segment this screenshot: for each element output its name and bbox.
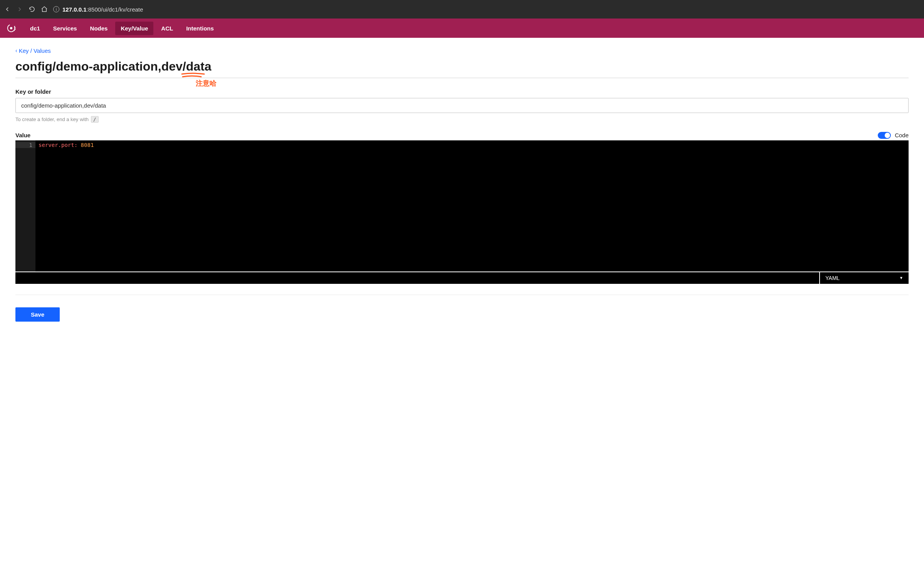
value-field-label: Value: [15, 132, 30, 138]
nav-datacenter[interactable]: dc1: [25, 22, 45, 35]
code-editor[interactable]: 1 server.port: 8081: [15, 140, 909, 271]
code-toggle[interactable]: [878, 132, 891, 139]
breadcrumb[interactable]: ‹ Key / Values: [15, 47, 51, 54]
consul-nav: dc1 Services Nodes Key/Value ACL Intenti…: [0, 19, 924, 38]
home-icon[interactable]: [41, 6, 48, 13]
nav-key-value[interactable]: Key/Value: [115, 22, 153, 35]
editor-code[interactable]: server.port: 8081: [35, 140, 909, 271]
nav-intentions[interactable]: Intentions: [181, 22, 219, 35]
editor-gutter: 1: [15, 140, 35, 271]
forward-icon[interactable]: [16, 6, 23, 13]
svg-point-1: [10, 27, 12, 29]
url-bar[interactable]: i 127.0.0.1:8500/ui/dc1/kv/create: [53, 3, 920, 15]
format-spacer: [15, 272, 820, 284]
back-icon[interactable]: [4, 6, 11, 13]
breadcrumb-label: Key / Values: [19, 47, 51, 54]
format-select-value: YAML: [825, 275, 840, 281]
browser-chrome: i 127.0.0.1:8500/ui/dc1/kv/create: [0, 0, 924, 19]
svg-point-4: [15, 29, 16, 30]
chevron-down-icon: ▼: [899, 276, 903, 280]
key-field-label: Key or folder: [15, 88, 909, 95]
nav-services[interactable]: Services: [48, 22, 82, 35]
url-text: 127.0.0.1:8500/ui/dc1/kv/create: [62, 6, 143, 13]
divider: [15, 295, 909, 295]
code-toggle-label: Code: [895, 132, 909, 138]
svg-point-5: [14, 30, 15, 31]
key-input[interactable]: [15, 98, 909, 113]
reload-icon[interactable]: [29, 6, 35, 13]
main-content: ‹ Key / Values config/demo-application,d…: [0, 38, 924, 337]
info-icon: i: [53, 6, 59, 12]
svg-point-2: [14, 26, 15, 27]
consul-logo-icon[interactable]: [5, 22, 17, 34]
editor-format-bar: YAML ▼: [15, 271, 909, 284]
page-title: config/demo-application,dev/data 注意哈: [15, 59, 909, 78]
key-hint: To create a folder, end a key with /: [15, 116, 909, 123]
svg-point-3: [15, 27, 16, 28]
format-select[interactable]: YAML ▼: [820, 272, 909, 284]
save-button[interactable]: Save: [15, 307, 60, 322]
annotation-note: 注意哈: [196, 79, 217, 88]
chevron-left-icon: ‹: [15, 47, 17, 54]
nav-acl[interactable]: ACL: [156, 22, 178, 35]
nav-nodes[interactable]: Nodes: [85, 22, 113, 35]
